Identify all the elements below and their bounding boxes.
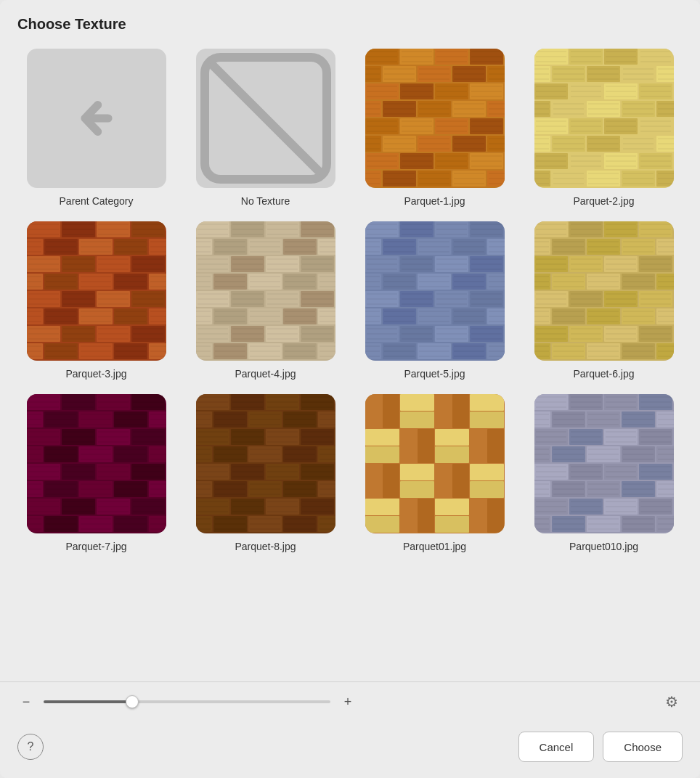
texture-label: Parquet010.jpg	[569, 541, 638, 552]
svg-rect-2489	[435, 429, 469, 446]
svg-rect-2479	[435, 394, 452, 428]
texture-grid: Parent Category No Texture Parquet-1.jpg…	[17, 49, 683, 552]
choose-button[interactable]: Choose	[603, 732, 683, 762]
texture-label: Parquet-8.jpg	[235, 541, 296, 552]
texture-thumbnail	[365, 221, 505, 361]
svg-line-1	[213, 66, 318, 171]
svg-rect-2488	[418, 429, 434, 463]
svg-rect-2509	[435, 499, 469, 515]
texture-thumbnail	[534, 394, 674, 533]
texture-thumbnail	[196, 49, 335, 188]
svg-rect-2501	[470, 464, 504, 480]
svg-rect-2505	[365, 499, 399, 515]
texture-item-parquet-01[interactable]: Parquet01.jpg	[356, 394, 513, 552]
texture-thumbnail	[534, 49, 674, 188]
texture-thumbnail	[196, 394, 335, 533]
dialog-title: Choose Texture	[17, 16, 683, 33]
svg-rect-2497	[400, 464, 434, 480]
svg-rect-2507	[400, 499, 417, 533]
texture-item-parent-category[interactable]: Parent Category	[17, 49, 175, 207]
texture-item-parquet-2[interactable]: Parquet-2.jpg	[525, 49, 683, 207]
texture-label: Parquet-5.jpg	[404, 368, 465, 380]
texture-item-parquet-4[interactable]: Parquet-4.jpg	[187, 221, 344, 380]
svg-rect-2490	[435, 446, 469, 463]
texture-item-parquet-7[interactable]: Parquet-7.jpg	[17, 394, 175, 552]
svg-rect-2508	[418, 499, 434, 533]
svg-rect-2481	[470, 394, 504, 411]
svg-rect-2511	[470, 499, 487, 533]
texture-label: No Texture	[241, 195, 290, 207]
texture-item-parquet-1[interactable]: Parquet-1.jpg	[356, 49, 513, 207]
svg-rect-2492	[487, 429, 504, 463]
choose-texture-dialog: Choose Texture Parent Category No Textur…	[0, 0, 700, 778]
texture-label: Parquet-4.jpg	[235, 368, 296, 380]
svg-rect-2477	[400, 394, 434, 411]
texture-label: Parquet-3.jpg	[65, 368, 126, 380]
dialog-footer: ? Cancel Choose	[0, 721, 700, 778]
svg-rect-2498	[400, 481, 434, 498]
texture-thumbnail	[534, 221, 674, 361]
texture-item-parquet-8[interactable]: Parquet-8.jpg	[187, 394, 344, 552]
svg-rect-2502	[470, 481, 504, 498]
texture-label: Parquet-6.jpg	[573, 368, 634, 380]
svg-rect-2475	[365, 394, 382, 428]
svg-rect-2495	[365, 464, 382, 498]
texture-label: Parquet-7.jpg	[65, 541, 126, 552]
no-texture-icon	[196, 49, 335, 188]
svg-rect-2496	[383, 464, 399, 498]
texture-grid-area[interactable]: Parent Category No Texture Parquet-1.jpg…	[0, 41, 700, 681]
svg-rect-2482	[470, 411, 504, 428]
parent-category-icon	[68, 89, 126, 147]
svg-rect-2478	[400, 411, 434, 428]
svg-rect-2500	[452, 464, 469, 498]
texture-item-parquet-6[interactable]: Parquet-6.jpg	[525, 221, 683, 380]
svg-rect-2506	[365, 516, 399, 533]
texture-label: Parent Category	[60, 195, 134, 207]
zoom-slider[interactable]	[44, 700, 330, 703]
zoom-in-button[interactable]: +	[339, 693, 357, 711]
settings-gear-button[interactable]: ⚙	[661, 691, 683, 713]
texture-label: Parquet01.jpg	[403, 541, 466, 552]
texture-thumbnail	[27, 49, 166, 188]
texture-thumbnail	[365, 49, 505, 188]
texture-label: Parquet-2.jpg	[573, 195, 634, 207]
zoom-out-button[interactable]: −	[17, 693, 35, 711]
texture-label: Parquet-1.jpg	[404, 195, 465, 207]
texture-thumbnail	[27, 394, 166, 533]
svg-rect-2486	[365, 446, 399, 463]
svg-rect-2510	[435, 516, 469, 533]
texture-thumbnail	[27, 221, 166, 361]
texture-item-parquet-5[interactable]: Parquet-5.jpg	[356, 221, 513, 380]
title-bar: Choose Texture	[0, 0, 700, 41]
svg-rect-2487	[400, 429, 417, 463]
texture-item-no-texture[interactable]: No Texture	[187, 49, 344, 207]
cancel-button[interactable]: Cancel	[518, 732, 595, 762]
texture-item-parquet-3[interactable]: Parquet-3.jpg	[17, 221, 175, 380]
help-label: ?	[28, 740, 34, 753]
zoom-toolbar: − + ⚙	[0, 681, 700, 721]
svg-rect-2476	[383, 394, 399, 428]
svg-rect-2480	[452, 394, 469, 428]
texture-thumbnail	[196, 221, 335, 361]
texture-item-parquet-010[interactable]: Parquet010.jpg	[525, 394, 683, 552]
svg-rect-2499	[435, 464, 452, 498]
help-button[interactable]: ?	[17, 734, 44, 760]
texture-thumbnail	[365, 394, 505, 533]
svg-rect-2512	[487, 499, 504, 533]
svg-rect-2491	[470, 429, 487, 463]
svg-rect-2485	[365, 429, 399, 446]
